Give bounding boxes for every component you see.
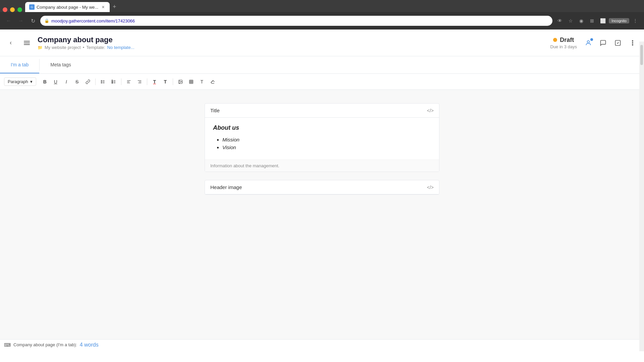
- svg-line-30: [211, 80, 213, 82]
- align-left-btn[interactable]: [124, 77, 133, 86]
- menu-line: [24, 41, 30, 42]
- app-header: ‹ Company about page 📁 My website projec…: [0, 29, 644, 56]
- title-block-title: Title: [210, 108, 220, 113]
- content-inner: Title </> About us Mission Vision Inform…: [205, 103, 439, 195]
- strikethrough-btn[interactable]: S: [72, 77, 82, 86]
- chevron-down-icon: ▾: [30, 79, 33, 84]
- content-list: Mission Vision: [213, 137, 431, 150]
- paragraph-label: Paragraph: [8, 79, 28, 84]
- comments-btn[interactable]: [597, 37, 609, 49]
- menu-line: [24, 43, 30, 43]
- scrollbar-track: [639, 42, 644, 351]
- tab1-label: I'm a tab: [11, 62, 29, 67]
- folder-icon: 📁: [38, 45, 43, 50]
- text-bg-btn[interactable]: T: [161, 77, 170, 86]
- scrollbar-thumb[interactable]: [640, 45, 643, 65]
- assign-badge: [590, 38, 593, 41]
- svg-point-8: [101, 80, 102, 81]
- underline-btn[interactable]: U: [51, 77, 60, 86]
- assign-btn[interactable]: [582, 37, 594, 49]
- align-right-btn[interactable]: [135, 77, 144, 86]
- header-actions: [582, 37, 639, 49]
- new-tab-btn[interactable]: +: [110, 2, 119, 11]
- bullet-list-btn[interactable]: [98, 77, 108, 86]
- win-minimize-btn[interactable]: [10, 7, 15, 12]
- header-image-code-btn[interactable]: </>: [427, 185, 434, 190]
- format-divider-1: [95, 78, 96, 85]
- url-text: moodjoy.gathercontent.com/item/17423066: [51, 18, 548, 23]
- eraser-btn[interactable]: [208, 77, 217, 86]
- status-area: Draft Due in 3 days: [550, 37, 577, 49]
- italic-btn[interactable]: I: [62, 77, 71, 86]
- list-item-mission: Mission: [222, 137, 431, 142]
- header-image-block-header: Header image </>: [205, 180, 439, 194]
- format-divider-4: [173, 78, 173, 85]
- svg-text:3: 3: [112, 82, 113, 83]
- win-close-btn[interactable]: [3, 7, 7, 12]
- back-btn[interactable]: ‹: [5, 38, 16, 48]
- template-label: Template:: [86, 45, 105, 50]
- status-text: Draft: [560, 37, 574, 44]
- format-divider-3: [147, 78, 147, 85]
- profile-circle-icon[interactable]: ◉: [577, 16, 586, 25]
- text-format-btn[interactable]: T: [197, 77, 207, 86]
- content-area: Title </> About us Mission Vision Inform…: [0, 90, 644, 339]
- incognito-badge[interactable]: Incognito: [609, 18, 629, 23]
- more-btn[interactable]: [627, 37, 639, 49]
- menu-btn[interactable]: [21, 38, 32, 48]
- reload-btn[interactable]: ↻: [28, 16, 38, 25]
- link-btn[interactable]: [83, 77, 93, 86]
- omnibar-actions: 👁 ☆ ◉ ⊞ ⬜ Incognito ⋮: [555, 16, 640, 25]
- app: ‹ Company about page 📁 My website projec…: [0, 29, 644, 350]
- svg-point-10: [101, 82, 102, 83]
- address-bar[interactable]: 🔒 moodjoy.gathercontent.com/item/1742306…: [40, 16, 552, 26]
- tab-title: Company about page - My we...: [37, 5, 98, 10]
- svg-point-2: [632, 40, 633, 41]
- omnibar: ← → ↻ 🔒 moodjoy.gathercontent.com/item/1…: [0, 12, 644, 29]
- back-nav-btn[interactable]: ←: [4, 16, 13, 25]
- forward-nav-btn[interactable]: →: [16, 16, 25, 25]
- table-btn[interactable]: [186, 77, 196, 86]
- tab-meta-tags[interactable]: Meta tags: [40, 56, 82, 73]
- sidebar-toggle-icon[interactable]: ⬜: [598, 16, 607, 25]
- tasks-btn[interactable]: [612, 37, 624, 49]
- title-code-btn[interactable]: </>: [427, 108, 434, 113]
- paragraph-select[interactable]: Paragraph ▾: [4, 77, 36, 86]
- menu-icon[interactable]: ⋮: [631, 16, 640, 25]
- meta-separator: •: [83, 45, 85, 50]
- header-image-block: Header image </>: [205, 180, 439, 195]
- title-block-info: Information about the management.: [205, 160, 439, 172]
- tabs-toolbar: I'm a tab Meta tags: [0, 56, 644, 74]
- svg-point-9: [101, 81, 102, 82]
- list-item-vision: Vision: [222, 144, 431, 150]
- status-info-prefix: Company about page (I'm a tab):: [13, 342, 77, 347]
- about-us-heading: About us: [213, 124, 431, 131]
- lock-icon: 🔒: [44, 18, 49, 23]
- ordered-list-btn[interactable]: 123: [109, 77, 118, 86]
- svg-point-4: [632, 44, 633, 45]
- image-btn[interactable]: [176, 77, 185, 86]
- tab2-label: Meta tags: [50, 62, 71, 67]
- star-icon[interactable]: ☆: [566, 16, 575, 25]
- eye-slash-icon[interactable]: 👁: [555, 16, 565, 25]
- extensions-icon[interactable]: ⊞: [587, 16, 597, 25]
- browser-chrome: G Company about page - My we... ✕ + ← → …: [0, 0, 644, 29]
- win-maximize-btn[interactable]: [17, 7, 22, 12]
- tab-favicon: G: [29, 4, 35, 10]
- tab-im-a-tab[interactable]: I'm a tab: [0, 56, 39, 73]
- template-link[interactable]: No template...: [107, 45, 135, 50]
- tabs-nav: I'm a tab Meta tags: [0, 56, 82, 73]
- word-count[interactable]: 4 words: [80, 342, 99, 348]
- tab-close-btn[interactable]: ✕: [100, 4, 106, 10]
- due-text: Due in 3 days: [550, 44, 577, 49]
- format-divider-2: [121, 78, 121, 85]
- svg-point-3: [632, 42, 633, 43]
- text-color-btn[interactable]: T: [150, 77, 159, 86]
- title-block-content[interactable]: About us Mission Vision: [205, 118, 439, 160]
- status-badge[interactable]: Draft: [553, 37, 574, 44]
- header-image-title: Header image: [210, 184, 242, 190]
- svg-point-0: [587, 41, 590, 43]
- bold-btn[interactable]: B: [40, 77, 50, 86]
- format-bar: Paragraph ▾ B U I S 123 T T: [0, 74, 644, 90]
- active-tab[interactable]: G Company about page - My we... ✕: [25, 2, 110, 12]
